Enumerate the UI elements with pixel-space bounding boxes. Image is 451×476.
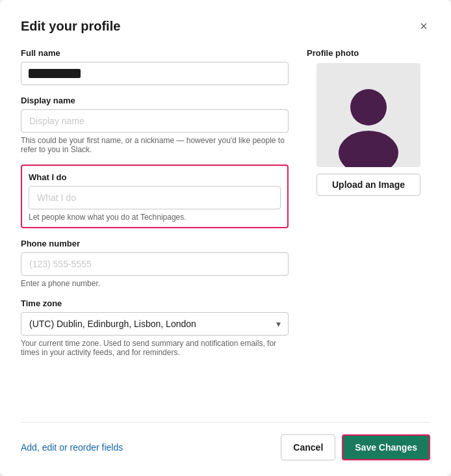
- timezone-group: Time zone (UTC) Dublin, Edinburgh, Lisbo…: [21, 298, 289, 357]
- save-changes-button[interactable]: Save Changes: [342, 434, 430, 460]
- what-i-do-group: What I do Let people know what you do at…: [21, 165, 289, 228]
- display-name-label: Display name: [21, 96, 289, 105]
- upload-image-button[interactable]: Upload an Image: [316, 174, 420, 196]
- add-fields-button[interactable]: Add, edit or reorder fields: [21, 442, 123, 453]
- display-name-input[interactable]: [21, 109, 289, 133]
- form-section: Full name Display name This could be you…: [21, 48, 289, 404]
- what-i-do-hint: Let people know what you do at Technipag…: [29, 213, 281, 222]
- svg-point-1: [339, 131, 398, 167]
- profile-photo-section: Profile photo Upload an Image: [307, 48, 430, 404]
- timezone-label: Time zone: [21, 298, 289, 308]
- modal-footer: Add, edit or reorder fields Cancel Save …: [21, 422, 430, 460]
- footer-buttons: Cancel Save Changes: [281, 434, 430, 460]
- display-name-group: Display name This could be your first na…: [21, 96, 289, 154]
- display-name-hint: This could be your first name, or a nick…: [21, 136, 289, 154]
- full-name-input-wrapper: [21, 62, 289, 85]
- full-name-redacted: [29, 69, 81, 78]
- what-i-do-input[interactable]: [29, 186, 281, 209]
- profile-photo-label: Profile photo: [307, 48, 359, 58]
- cancel-button[interactable]: Cancel: [281, 434, 335, 460]
- phone-number-group: Phone number Enter a phone number.: [21, 239, 289, 288]
- edit-profile-modal: Edit your profile × Full name Display na…: [0, 0, 451, 476]
- full-name-group: Full name: [21, 48, 289, 85]
- full-name-label: Full name: [21, 48, 289, 58]
- phone-number-hint: Enter a phone number.: [21, 279, 289, 288]
- what-i-do-label: What I do: [29, 172, 281, 182]
- timezone-wrapper: (UTC) Dublin, Edinburgh, Lisbon, London …: [21, 312, 289, 336]
- modal-body: Full name Display name This could be you…: [21, 48, 430, 404]
- close-button[interactable]: ×: [417, 18, 430, 34]
- timezone-hint: Your current time zone. Used to send sum…: [21, 339, 289, 357]
- timezone-select[interactable]: (UTC) Dublin, Edinburgh, Lisbon, London …: [21, 312, 289, 336]
- avatar-container: [316, 63, 420, 167]
- modal-header: Edit your profile ×: [21, 18, 430, 34]
- avatar: [323, 76, 414, 167]
- svg-point-0: [350, 89, 387, 126]
- modal-title: Edit your profile: [21, 19, 120, 34]
- phone-number-label: Phone number: [21, 239, 289, 248]
- phone-number-input[interactable]: [21, 252, 289, 276]
